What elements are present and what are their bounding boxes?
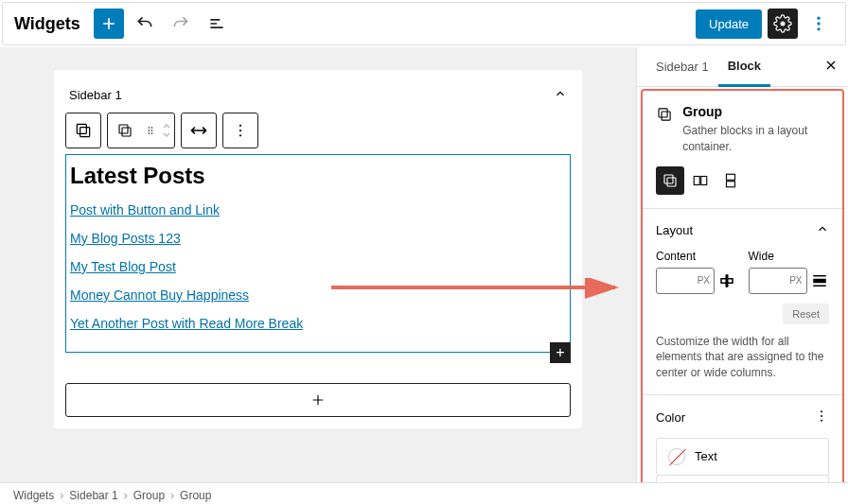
svg-rect-23 <box>727 174 735 180</box>
svg-rect-5 <box>80 128 90 137</box>
variation-group-button[interactable] <box>656 166 684 195</box>
top-toolbar: Widgets Update <box>2 2 846 45</box>
wide-width-label: Wide <box>749 250 830 263</box>
block-options-button[interactable] <box>223 113 257 148</box>
svg-rect-21 <box>694 176 699 184</box>
svg-rect-28 <box>813 275 826 277</box>
inspector-sidebar: Sidebar 1 Block Group Gather blocks in a… <box>636 47 848 482</box>
tab-block[interactable]: Block <box>718 47 770 87</box>
breadcrumb-item[interactable]: Widgets <box>13 489 54 502</box>
svg-point-32 <box>821 420 822 422</box>
content-width-label: Content <box>656 250 737 263</box>
justify-center-icon[interactable] <box>718 272 735 289</box>
drag-handle[interactable] <box>142 113 159 148</box>
svg-rect-25 <box>726 274 729 287</box>
list-view-button[interactable] <box>202 9 232 39</box>
close-inspector-button[interactable] <box>823 58 839 76</box>
svg-rect-24 <box>727 181 735 186</box>
breadcrumb-item[interactable]: Sidebar 1 <box>69 489 117 502</box>
color-panel-title: Color <box>656 410 685 425</box>
svg-point-3 <box>817 27 820 30</box>
breadcrumb-item[interactable]: Group <box>180 489 211 502</box>
svg-rect-4 <box>77 124 86 133</box>
svg-rect-19 <box>664 175 673 183</box>
svg-point-15 <box>239 130 241 131</box>
wide-width-input[interactable] <box>749 268 807 294</box>
block-name: Group <box>682 104 829 119</box>
svg-point-30 <box>821 410 822 412</box>
svg-point-9 <box>151 127 153 129</box>
more-options-button[interactable] <box>804 9 834 39</box>
svg-rect-29 <box>813 285 826 287</box>
post-link[interactable]: Money Cannot Buy Happiness <box>70 287 566 303</box>
svg-rect-20 <box>667 178 676 186</box>
background-color-button[interactable]: Background <box>656 475 829 482</box>
settings-button[interactable] <box>768 9 798 39</box>
svg-rect-22 <box>701 176 707 184</box>
svg-rect-17 <box>659 109 667 117</box>
add-block-appender[interactable] <box>65 383 571 417</box>
variation-row-button[interactable] <box>686 166 715 195</box>
color-options-button[interactable] <box>814 408 829 426</box>
tab-sidebar[interactable]: Sidebar 1 <box>646 47 718 87</box>
page-title: Widgets <box>14 14 80 34</box>
transform-button[interactable] <box>182 113 216 148</box>
collapse-icon[interactable] <box>554 87 567 103</box>
svg-rect-27 <box>813 278 826 283</box>
svg-point-12 <box>149 132 150 134</box>
widget-area-title: Sidebar 1 <box>69 88 122 102</box>
layout-note: Customize the width for all elements tha… <box>656 334 829 381</box>
svg-point-14 <box>239 125 241 127</box>
svg-point-8 <box>149 127 150 129</box>
svg-point-2 <box>817 22 820 25</box>
text-color-button[interactable]: Text <box>656 438 829 476</box>
empty-swatch-icon <box>668 448 685 465</box>
svg-rect-18 <box>662 112 670 120</box>
breadcrumb: Widgets› Sidebar 1› Group› Group <box>0 482 848 504</box>
block-type-button[interactable] <box>66 113 100 148</box>
move-buttons[interactable] <box>159 113 174 148</box>
svg-point-13 <box>151 132 153 134</box>
post-link[interactable]: Yet Another Post with Read More Break <box>70 316 566 331</box>
add-block-button[interactable] <box>94 9 124 39</box>
svg-point-1 <box>817 17 820 20</box>
content-width-input[interactable] <box>656 268 715 294</box>
reset-button[interactable]: Reset <box>783 304 829 324</box>
group-icon <box>656 104 673 125</box>
update-button[interactable]: Update <box>696 9 762 39</box>
svg-point-10 <box>149 130 150 131</box>
svg-point-11 <box>151 130 153 131</box>
breadcrumb-item[interactable]: Group <box>133 489 165 502</box>
widget-area: Sidebar 1 Latest Posts Post with Button … <box>54 70 582 428</box>
post-link[interactable]: Post with Button and Link <box>70 202 566 217</box>
post-link[interactable]: My Blog Posts 123 <box>70 231 566 246</box>
select-parent-button[interactable] <box>108 113 142 148</box>
block-heading: Latest Posts <box>70 163 566 189</box>
svg-point-0 <box>781 22 786 26</box>
block-description: Gather blocks in a layout container. <box>682 123 829 155</box>
collapse-icon[interactable] <box>816 222 829 238</box>
svg-rect-6 <box>119 125 128 133</box>
group-block[interactable]: Latest Posts Post with Button and Link M… <box>65 154 571 353</box>
editor-canvas: Sidebar 1 Latest Posts Post with Button … <box>0 47 636 482</box>
post-link[interactable]: My Test Blog Post <box>70 259 566 274</box>
variation-stack-button[interactable] <box>716 166 745 195</box>
svg-point-16 <box>239 134 241 136</box>
svg-rect-7 <box>122 128 131 136</box>
insert-block-button[interactable]: + <box>550 342 571 363</box>
justify-wide-icon[interactable] <box>811 272 828 289</box>
undo-button[interactable] <box>130 9 160 39</box>
svg-point-31 <box>821 415 822 417</box>
block-toolbar <box>65 113 571 148</box>
redo-button[interactable] <box>166 9 196 39</box>
layout-panel-title: Layout <box>656 223 693 237</box>
